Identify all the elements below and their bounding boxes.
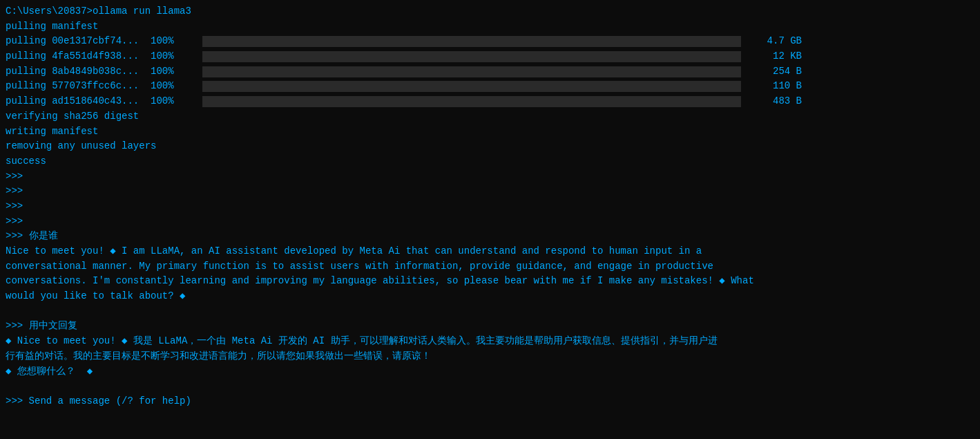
progress-bar-5 (202, 96, 741, 107)
progress-row-3: pulling 8ab4849b038c... 100% 254 B (6, 64, 974, 80)
progress-bar-3 (202, 66, 741, 77)
empty-prompt-2: >>> (6, 184, 974, 199)
progress-row-1: pulling 00e1317cbf74... 100% 4.7 GB (6, 34, 974, 49)
progress-size-3: 254 B (747, 64, 802, 80)
progress-size-5: 483 B (747, 94, 802, 109)
progress-bar-2 (202, 51, 741, 62)
pulling-manifest: pulling manifest (6, 19, 974, 35)
progress-size-2: 12 KB (747, 49, 802, 64)
user-prompt-1: >>> 你是谁 (6, 229, 974, 244)
removing-layers: removing any unused layers (6, 139, 974, 154)
input-prompt[interactable]: >>> Send a message (/? for help) (6, 394, 974, 409)
progress-label-4: pulling 577073ffcc6c... 100% (6, 79, 202, 94)
progress-label-1: pulling 00e1317cbf74... 100% (6, 34, 202, 49)
progress-size-1: 4.7 GB (747, 34, 802, 49)
writing-manifest: writing manifest (6, 124, 974, 140)
llama-response-chinese: ◆ Nice to meet you! ◆ 我是 LLaMA，一个由 Meta … (6, 334, 974, 379)
empty-prompt-4: >>> (6, 214, 974, 230)
progress-bar-1 (202, 36, 741, 47)
terminal-window: C:\Users\20837>ollama run llama3 pulling… (0, 0, 980, 439)
blank-2 (6, 379, 974, 394)
progress-row-5: pulling ad1518640c43... 100% 483 B (6, 94, 974, 109)
empty-prompt-3: >>> (6, 199, 974, 214)
success-line: success (6, 154, 974, 169)
progress-bar-4 (202, 81, 741, 92)
progress-label-2: pulling 4fa551d4f938... 100% (6, 49, 202, 64)
llama-response-1: Nice to meet you! ◆ I am LLaMA, an AI as… (6, 244, 974, 304)
progress-row-2: pulling 4fa551d4f938... 100% 12 KB (6, 49, 974, 64)
progress-label-5: pulling ad1518640c43... 100% (6, 94, 202, 109)
empty-prompt-1: >>> (6, 169, 974, 185)
blank-1 (6, 304, 974, 319)
user-prompt-2: >>> 用中文回复 (6, 319, 974, 334)
progress-label-3: pulling 8ab4849b038c... 100% (6, 64, 202, 80)
progress-size-4: 110 B (747, 79, 802, 94)
command-line: C:\Users\20837>ollama run llama3 (6, 4, 974, 19)
progress-row-4: pulling 577073ffcc6c... 100% 110 B (6, 79, 974, 94)
verifying-line: verifying sha256 digest (6, 109, 974, 124)
